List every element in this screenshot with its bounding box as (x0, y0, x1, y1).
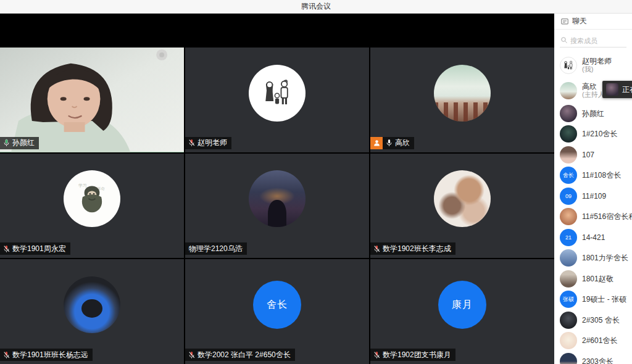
video-cell-gaoxin[interactable]: 高欣 (370, 48, 554, 152)
avatar-landscape (434, 65, 491, 122)
participant-name: 数学1902团支书康月 (383, 350, 451, 360)
member-name: 11#109 (582, 192, 606, 201)
avatar-initials: 康月 (452, 299, 473, 312)
avatar (560, 105, 577, 122)
participant-nametag: 数学1902团支书康月 (370, 349, 455, 361)
video-cell-zhangbaiping[interactable]: 舍长 数学2002 张白平 2#650舍长 (185, 259, 369, 364)
search-input[interactable] (560, 35, 626, 48)
member-row-2303[interactable]: 2303舍长 (560, 351, 632, 364)
participant-name: 数学1901周永宏 (12, 244, 66, 254)
nametag-row: 数学2002 张白平 2#650舍长 (185, 349, 295, 361)
member-row-1-210[interactable]: 1#210舍长 (560, 124, 632, 145)
video-cell-zhouyonghong[interactable]: 学习 革命 数学1901周永宏 (0, 154, 184, 259)
video-area: 孙颜红 (0, 14, 554, 364)
member-name: 1801力学舍长 (582, 254, 628, 262)
member-row-sunyanhong[interactable]: 孙颜红 (560, 103, 632, 124)
avatar (560, 312, 577, 329)
avatar-cat (434, 170, 491, 227)
mic-muted-icon (187, 350, 196, 359)
member-name: 2#601舍长 (582, 336, 617, 345)
video-cell-sunyanhong[interactable]: 孙颜红 (0, 48, 184, 152)
mic-muted-icon (372, 244, 381, 253)
member-row-11-109[interactable]: 09 11#109 (560, 186, 632, 207)
avatar-marx-cartoon: 学习 革命 (64, 170, 120, 227)
member-name: 1801赵敬 (582, 275, 613, 283)
participant-name: 赵明老师 (198, 138, 227, 148)
participant-nametag: 孙颜红 (0, 137, 39, 149)
window-title: 腾讯会议 (301, 1, 331, 12)
nametag-row: 孙颜红 (0, 137, 39, 149)
avatar-text: 康月 (438, 281, 486, 329)
member-row-19-zhangshuo[interactable]: 张硕 19硕士 - 张硕 (560, 289, 632, 310)
participant-nametag: 物理学2120乌浩 (185, 242, 247, 255)
member-name: 19硕士 - 张硕 (582, 295, 626, 304)
mic-on-icon (2, 139, 10, 147)
avatar-initials: 09 (565, 193, 572, 199)
member-role: (我) (582, 65, 612, 73)
avatar (560, 353, 577, 364)
svg-text:学习: 学习 (78, 183, 87, 188)
speaking-tooltip-text: 正在说话 (622, 85, 632, 95)
avatar-initials: 舍长 (267, 299, 288, 312)
member-row-107[interactable]: 107 (560, 144, 632, 165)
avatar (560, 332, 577, 349)
video-cell-yangzhiyuan[interactable]: 数学1901班班长杨志远 (0, 259, 184, 364)
member-row-zhaoming[interactable]: 赵明老师 (我) (560, 52, 632, 78)
member-name: 107 (582, 151, 594, 159)
mic-muted-icon (187, 139, 196, 147)
avatar (560, 270, 577, 287)
chat-panel-header: 聊天 (554, 14, 632, 30)
member-name: 赵明老师 (582, 57, 612, 65)
member-name: 11#516宿舍长程茜 (582, 212, 632, 221)
chat-panel-title: 聊天 (572, 16, 587, 27)
avatar-text: 舍长 (253, 281, 301, 329)
avatar-text: 舍长 (560, 167, 577, 184)
member-row-11-108[interactable]: 舍长 11#108舍长 (560, 165, 632, 186)
avatar-family (249, 65, 306, 122)
avatar (560, 146, 577, 163)
nametag-row: 数学1902班长李志成 (370, 242, 455, 255)
video-cell-wuhao[interactable]: 物理学2120乌浩 (185, 154, 369, 259)
marx-illustration: 学习 革命 (72, 178, 112, 219)
mic-muted-icon (372, 350, 381, 359)
member-row-2-305[interactable]: 2#305 舍长 (560, 310, 632, 331)
video-cell-lizhicheng[interactable]: 数学1902班长李志成 (370, 154, 554, 259)
family-illustration (258, 74, 296, 112)
chat-panel: 聊天 赵明老师 (我) (554, 14, 632, 364)
video-cell-zhaoming[interactable]: 赵明老师 (185, 48, 369, 152)
nametag-row: 高欣 (370, 137, 414, 149)
avatar (560, 57, 577, 74)
participant-grid: 孙颜红 (0, 48, 554, 364)
host-badge-icon (370, 137, 383, 149)
participant-nametag: 数学1901周永宏 (0, 242, 70, 255)
nametag-row: 赵明老师 (185, 137, 231, 149)
participant-nametag: 数学1901班班长杨志远 (0, 349, 93, 361)
nametag-row: 数学1901周永宏 (0, 242, 70, 255)
avatar-text: 21 (560, 229, 577, 246)
participant-nametag: 数学1902班长李志成 (370, 242, 455, 255)
mic-muted-icon (2, 350, 10, 359)
speaker-avatar (606, 83, 618, 96)
participant-nametag: 高欣 (383, 137, 414, 149)
member-row-1801-lixue[interactable]: 1801力学舍长 (560, 248, 632, 269)
participant-name: 数学2002 张白平 2#650舍长 (198, 350, 291, 360)
family-illustration (562, 59, 575, 72)
participant-name: 数学1901班班长杨志远 (12, 350, 88, 360)
participant-name: 高欣 (395, 138, 410, 148)
member-row-11-516[interactable]: 11#516宿舍长程茜 (560, 207, 632, 228)
member-row-1801-zhaojing[interactable]: 1801赵敬 (560, 268, 632, 289)
member-row-14-421[interactable]: 21 14-421 (560, 227, 632, 248)
video-cell-kangyue[interactable]: 康月 数学1902团支书康月 (370, 259, 554, 364)
avatar (560, 208, 577, 225)
nametag-row: 物理学2120乌浩 (185, 242, 247, 255)
avatar-initials: 21 (565, 234, 572, 241)
avatar-text: 张硕 (560, 291, 577, 308)
avatar-hoodie (64, 276, 120, 333)
member-row-2-601[interactable]: 2#601舍长 (560, 331, 632, 352)
member-name: 孙颜红 (582, 109, 604, 118)
speaking-tooltip: 正在说话 (602, 81, 632, 98)
avatar (560, 82, 577, 99)
meeting-window: { "window": { "title": "腾讯会议" }, "grid":… (0, 0, 632, 364)
participant-nametag: 数学2002 张白平 2#650舍长 (185, 349, 295, 361)
member-search (560, 35, 626, 48)
